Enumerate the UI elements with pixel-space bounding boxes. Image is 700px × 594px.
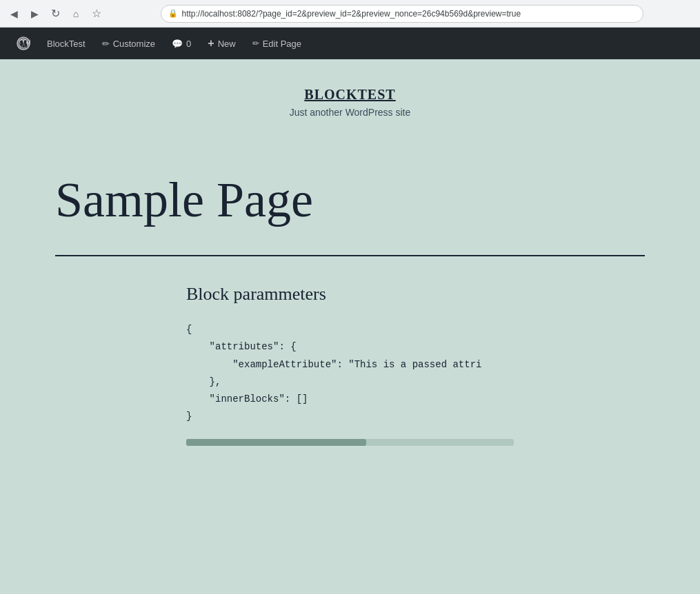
scrollbar-thumb[interactable] <box>186 439 366 446</box>
comments-count: 0 <box>186 39 191 49</box>
block-code-content: { "attributes": { "exampleAttribute": "T… <box>186 321 645 425</box>
edit-page-label: Edit Page <box>263 39 301 49</box>
url-text: http://localhost:8082/?page_id=2&preview… <box>182 9 521 19</box>
lock-icon: 🔒 <box>168 9 178 18</box>
admin-bar-edit-page[interactable]: ✏ Edit Page <box>244 28 310 59</box>
customize-label: Customize <box>113 39 155 49</box>
page-divider <box>55 255 645 256</box>
bookmark-button[interactable]: ☆ <box>88 6 105 22</box>
wp-admin-bar: BlockTest ✏ Customize 💬 0 + New ✏ Edit P… <box>0 28 700 59</box>
new-label: New <box>218 39 236 49</box>
site-name-text: BlockTest <box>47 39 86 49</box>
admin-bar-site-name[interactable]: BlockTest <box>39 28 94 59</box>
wordpress-logo-icon <box>17 37 30 50</box>
code-scrollbar[interactable] <box>186 439 514 446</box>
edit-page-icon: ✏ <box>252 39 259 48</box>
new-plus-icon: + <box>208 37 214 50</box>
back-button[interactable]: ◀ <box>6 6 22 22</box>
customize-icon: ✏ <box>102 39 110 49</box>
block-content-area: Block parammeters { "attributes": { "exa… <box>186 284 645 425</box>
refresh-button[interactable]: ↻ <box>47 6 63 22</box>
page-hero: Sample Page <box>0 132 700 255</box>
admin-bar-comments[interactable]: 💬 0 <box>163 28 199 59</box>
address-bar[interactable]: 🔒 http://localhost:8082/?page_id=2&previ… <box>161 5 643 23</box>
site-header: BLOCKTEST Just another WordPress site <box>0 59 700 132</box>
page-content: BLOCKTEST Just another WordPress site Sa… <box>0 59 700 594</box>
forward-button[interactable]: ▶ <box>26 6 43 22</box>
site-title[interactable]: BLOCKTEST <box>14 87 686 103</box>
block-section-title: Block parammeters <box>186 284 645 305</box>
wp-logo-item[interactable] <box>8 28 39 59</box>
browser-chrome: ◀ ▶ ↻ ⌂ ☆ 🔒 http://localhost:8082/?page_… <box>0 0 700 28</box>
admin-bar-new[interactable]: + New <box>199 28 243 59</box>
comments-icon: 💬 <box>172 39 183 49</box>
home-button[interactable]: ⌂ <box>68 6 84 22</box>
site-tagline: Just another WordPress site <box>14 107 686 118</box>
admin-bar-customize[interactable]: ✏ Customize <box>94 28 163 59</box>
page-title: Sample Page <box>55 173 645 227</box>
